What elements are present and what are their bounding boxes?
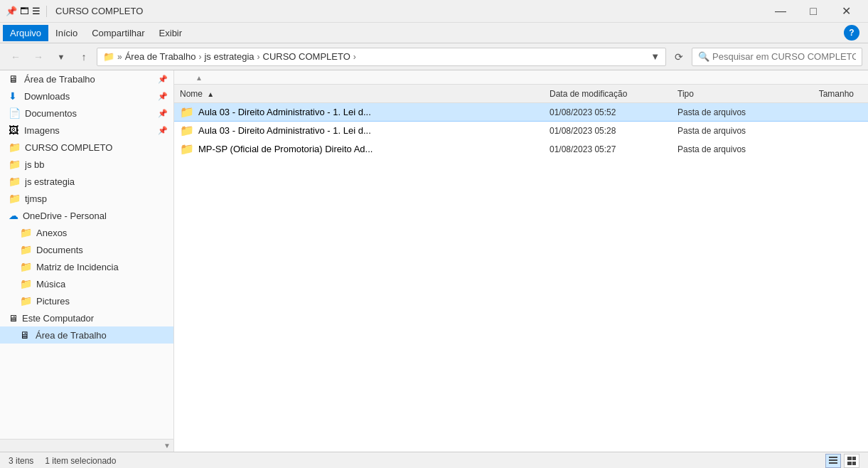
file-area: ▲ Nome ▲ Data de modificação Tipo Tamanh… [174, 70, 868, 452]
breadcrumb-desktop[interactable]: Área de Trabalho [125, 51, 196, 62]
selected-count: 1 item selecionado [45, 456, 116, 466]
help-button[interactable]: ? [844, 25, 859, 41]
breadcrumb-folder1[interactable]: js estrategia [204, 51, 254, 62]
sidebar-item-desktop[interactable]: 🖥 Área de Trabalho 📌 [0, 70, 173, 87]
col-header-name[interactable]: Nome ▲ [180, 89, 550, 99]
menu-arquivo[interactable]: Arquivo [3, 25, 48, 41]
list-view-button[interactable] [844, 454, 859, 468]
back-button[interactable]: ← [6, 47, 26, 67]
title-bar-icons: 📌 🗔 ☰ [6, 6, 50, 17]
view-controls [825, 454, 859, 468]
window-title: CURSO COMPLETO [55, 6, 764, 16]
file-type-row2: Pasta de arquivos [677, 126, 791, 136]
images-icon: 🖼 [9, 124, 20, 136]
svg-rect-5 [847, 462, 852, 465]
svg-rect-4 [852, 457, 856, 460]
svg-rect-2 [829, 462, 837, 464]
folder-icon-pictures: 📁 [20, 295, 32, 307]
sidebar-item-area-trabalho-pc[interactable]: 🖥 Área de Trabalho [0, 326, 173, 344]
breadcrumb-dropdown-icon[interactable]: ▼ [650, 51, 660, 62]
file-column-headers: Nome ▲ Data de modificação Tipo Tamanho [174, 85, 868, 103]
maximize-button[interactable]: □ [797, 0, 830, 23]
sidebar-item-images[interactable]: 🖼 Imagens 📌 [0, 122, 173, 139]
svg-rect-6 [852, 462, 856, 465]
status-bar: 3 itens 1 item selecionado [0, 452, 868, 468]
search-icon: 🔍 [698, 51, 709, 62]
menu-exibir[interactable]: Exibir [152, 25, 190, 41]
pin-icon-documents: 📌 [158, 109, 168, 118]
computer-section[interactable]: 🖥 Este Computador [0, 309, 173, 326]
details-view-button[interactable] [825, 454, 841, 468]
sidebar-item-anexos[interactable]: 📁 Anexos [0, 224, 173, 241]
ribbon: Arquivo Início Compartilhar Exibir ? [0, 23, 868, 43]
downloads-icon: ⬇ [9, 90, 20, 102]
address-bar: ← → ▼ ↑ 📁 » Área de Trabalho › js estrat… [0, 43, 868, 70]
recent-button[interactable]: ▼ [51, 47, 71, 67]
refresh-button[interactable]: ⟳ [669, 47, 689, 67]
sidebar: 🖥 Área de Trabalho 📌 ⬇ Downloads 📌 📄 Doc… [0, 70, 173, 439]
sidebar-item-js-estrategia[interactable]: 📁 js estrategia [0, 173, 173, 190]
sidebar-item-tjmsp[interactable]: 📁 tjmsp [0, 190, 173, 207]
sidebar-item-documents[interactable]: 📄 Documentos 📌 [0, 105, 173, 122]
address-breadcrumb[interactable]: 📁 » Área de Trabalho › js estrategia › C… [97, 48, 666, 66]
sidebar-scroll-bar[interactable]: ▼ [0, 439, 173, 452]
desktop-icon-pc: 🖥 [20, 329, 31, 341]
sidebar-item-musica[interactable]: 📁 Música [0, 275, 173, 292]
file-name-row2: Aula 03 - Direito Administrativo - 1. Le… [198, 125, 550, 136]
folder-icon-row1: 📁 [180, 105, 194, 119]
search-input[interactable] [712, 51, 856, 62]
folder-icon-anexos: 📁 [20, 227, 32, 238]
pin-icon-downloads: 📌 [158, 92, 168, 101]
up-button[interactable]: ↑ [74, 47, 94, 67]
folder-icon-jsbb: 📁 [9, 159, 21, 170]
sidebar-item-js-bb[interactable]: 📁 js bb [0, 156, 173, 173]
main-layout: 🖥 Área de Trabalho 📌 ⬇ Downloads 📌 📄 Doc… [0, 70, 868, 452]
menu-icon: ☰ [32, 6, 41, 16]
folder-icon-row2: 📁 [180, 124, 194, 137]
sidebar-item-downloads[interactable]: ⬇ Downloads 📌 [0, 87, 173, 105]
item-count: 3 itens [9, 456, 33, 466]
file-name-row1: Aula 03 - Direito Administrativo - 1. Le… [198, 107, 550, 117]
file-type-row3: Pasta de arquivos [677, 144, 791, 154]
menu-bar: Arquivo Início Compartilhar Exibir ? [0, 23, 868, 43]
window-controls: — □ ✕ [764, 0, 862, 23]
col-header-type[interactable]: Tipo [677, 89, 791, 99]
col-header-date[interactable]: Data de modificação [550, 89, 677, 99]
sidebar-item-matriz[interactable]: 📁 Matriz de Incidencia [0, 258, 173, 275]
menu-compartilhar[interactable]: Compartilhar [85, 25, 151, 41]
file-date-row3: 01/08/2023 05:27 [550, 144, 677, 154]
sidebar-item-curso-completo[interactable]: 📁 CURSO COMPLETO [0, 139, 173, 156]
onedrive-icon: ☁ [9, 210, 18, 221]
pin-icon-desktop: 📌 [158, 75, 168, 84]
menu-inicio[interactable]: Início [48, 25, 85, 41]
pin-icon: 📌 [6, 6, 17, 16]
file-row[interactable]: 📁 MP-SP (Oficial de Promotoria) Direito … [174, 140, 868, 159]
file-row[interactable]: 📁 Aula 03 - Direito Administrativo - 1. … [174, 103, 868, 122]
sidebar-item-documents-od[interactable]: 📁 Documents [0, 241, 173, 258]
svg-rect-1 [829, 459, 837, 461]
file-date-row2: 01/08/2023 05:28 [550, 126, 677, 136]
file-row[interactable]: 📁 Aula 03 - Direito Administrativo - 1. … [174, 122, 868, 140]
sidebar-item-pictures[interactable]: 📁 Pictures [0, 292, 173, 309]
breadcrumb-icon: 📁 [103, 51, 114, 62]
folder-icon-documents-od: 📁 [20, 244, 32, 255]
col-header-size[interactable]: Tamanho [791, 89, 862, 99]
file-name-row3: MP-SP (Oficial de Promotoria) Direito Ad… [198, 144, 550, 154]
svg-rect-3 [847, 457, 852, 460]
sort-indicator: ▲ [174, 70, 868, 85]
onedrive-section[interactable]: ☁ OneDrive - Personal [0, 207, 173, 224]
pin-icon-images: 📌 [158, 126, 168, 135]
search-bar[interactable]: 🔍 [692, 48, 862, 66]
desktop-icon: 🖥 [9, 73, 20, 85]
close-button[interactable]: ✕ [830, 0, 862, 23]
file-type-row1: Pasta de arquivos [677, 107, 791, 117]
minimize-button[interactable]: — [764, 0, 797, 23]
folder-icon-row3: 📁 [180, 142, 194, 156]
forward-button[interactable]: → [28, 47, 48, 67]
documents-icon: 📄 [9, 107, 21, 119]
checkbox-icon: 🗔 [20, 6, 29, 16]
title-bar: 📌 🗔 ☰ CURSO COMPLETO — □ ✕ [0, 0, 868, 23]
svg-rect-0 [829, 457, 837, 458]
breadcrumb-folder2[interactable]: CURSO COMPLETO [263, 51, 350, 62]
folder-icon-musica: 📁 [20, 278, 32, 289]
